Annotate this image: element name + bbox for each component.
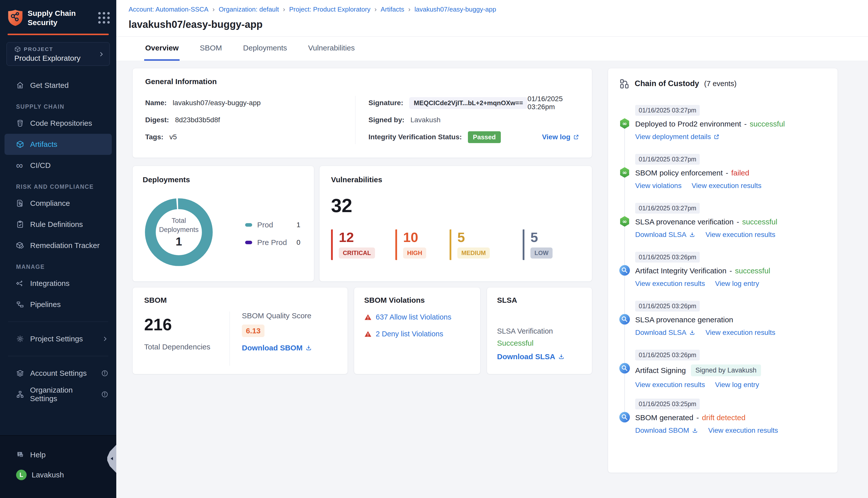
module-title: Supply Chain Security — [28, 9, 86, 27]
sidebar-item-integrations[interactable]: Integrations — [0, 273, 116, 294]
sbom-quality-score-value: 6.13 — [242, 325, 264, 337]
project-label: PROJECT — [24, 46, 53, 52]
breadcrumb-organization[interactable]: Organization: default — [219, 5, 279, 13]
timeline-event-slsa-generation: 01/16/2025 03:26pm SLSA provenance gener… — [619, 301, 827, 350]
view-execution-results-link[interactable]: View execution results — [635, 280, 705, 288]
timeline-event-slsa-verification: ∞ 01/16/2025 03:27pm SLSA provenance ver… — [619, 203, 827, 252]
deployments-legend: Prod 1 Pre Prod 0 — [245, 219, 300, 254]
project-selector[interactable]: PROJECT Product Exploratory — [7, 42, 110, 66]
artifact-scan-icon — [619, 363, 630, 374]
view-execution-results-link[interactable]: View execution results — [635, 381, 705, 389]
view-log-entry-link[interactable]: View log entry — [715, 280, 759, 288]
artifact-scan-icon — [619, 412, 630, 423]
sidebar-item-label: Organization Settings — [30, 386, 101, 403]
sidebar-item-remediation-tracker[interactable]: Remediation Tracker — [0, 235, 116, 256]
vulnerabilities-total: 32 — [331, 195, 580, 217]
sidebar-item-label: Account Settings — [30, 369, 87, 378]
view-deployment-details-link[interactable]: View deployment details — [635, 133, 720, 141]
breadcrumb-account[interactable]: Account: Automation-SSCA — [129, 5, 208, 13]
sidebar-item-code-repositories[interactable]: </> Code Repositories — [0, 113, 116, 134]
artifact-scan-icon — [619, 265, 630, 276]
event-title: SBOM policy enforcement — [635, 169, 723, 177]
download-icon — [689, 232, 696, 238]
sidebar-item-label: Remediation Tracker — [30, 241, 100, 250]
event-status: failed — [731, 169, 749, 177]
signature-timestamp: 01/16/2025 03:26pm — [528, 95, 580, 111]
tab-sbom[interactable]: SBOM — [199, 37, 223, 61]
event-timestamp: 01/16/2025 03:27pm — [635, 154, 700, 165]
deny-list-violations-link[interactable]: 2 Deny list Violations — [376, 330, 443, 338]
section-manage: MANAGE — [0, 256, 116, 273]
signature-label: Signature: — [368, 99, 403, 107]
download-icon — [558, 353, 565, 360]
timeline-event-sbom-generated: 01/16/2025 03:25pm SBOM generated-drift … — [619, 398, 827, 447]
severity-critical: 12 CRITICAL — [331, 230, 395, 260]
download-sbom-link[interactable]: Download SBOM — [242, 344, 312, 352]
sidebar-user[interactable]: L Lavakush — [0, 464, 116, 485]
sidebar-item-label: Pipelines — [30, 300, 61, 309]
integrity-status-label: Integrity Verification Status: — [368, 133, 462, 141]
tab-bar: Overview SBOM Deployments Vulnerabilitie… — [116, 37, 868, 61]
download-slsa-link[interactable]: Download SLSA — [497, 352, 582, 361]
sidebar-item-artifacts[interactable]: Artifacts — [4, 134, 112, 155]
sidebar-item-account-settings[interactable]: Account Settings — [0, 363, 116, 384]
legend-item-prod: Prod 1 — [245, 219, 300, 231]
sidebar-item-rule-definitions[interactable]: Rule Definitions — [0, 214, 116, 235]
severity-medium: 5 MEDIUM — [450, 230, 523, 260]
module-switcher-grid-icon[interactable] — [98, 12, 110, 24]
slsa-verification-label: SLSA Verification — [497, 327, 582, 335]
info-icon — [101, 391, 108, 398]
card-title: Vulnerabilities — [331, 175, 580, 184]
section-supply-chain: SUPPLY CHAIN — [0, 96, 116, 113]
pipeline-hexagon-icon: ∞ — [619, 216, 630, 227]
sidebar-item-cicd[interactable]: ∞ CI/CD — [0, 155, 116, 176]
accent-divider — [8, 34, 109, 35]
artifact-name: lavakush07/easy-buggy-app — [173, 99, 261, 107]
sidebar-item-get-started[interactable]: Get Started — [0, 75, 116, 96]
view-log-entry-link[interactable]: View log entry — [715, 381, 759, 389]
clipboard-check-icon — [16, 220, 30, 228]
download-slsa-link[interactable]: Download SLSA — [635, 231, 696, 239]
tab-overview[interactable]: Overview — [144, 37, 180, 61]
event-title: SLSA provenance generation — [635, 315, 733, 324]
sidebar-item-label: Artifacts — [30, 140, 57, 148]
breadcrumb-artifacts[interactable]: Artifacts — [381, 5, 404, 13]
card-title: General Information — [145, 77, 580, 86]
name-label: Name: — [145, 99, 167, 107]
tab-vulnerabilities[interactable]: Vulnerabilities — [307, 37, 356, 61]
sidebar-item-pipelines[interactable]: Pipelines — [0, 294, 116, 315]
supply-chain-security-logo — [8, 9, 23, 26]
events-count: (7 events) — [704, 80, 737, 88]
sidebar-item-project-settings[interactable]: Project Settings — [0, 328, 116, 350]
page-header: Account: Automation-SSCA› Organization: … — [116, 0, 868, 37]
view-violations-link[interactable]: View violations — [635, 182, 682, 190]
view-execution-results-link[interactable]: View execution results — [692, 182, 762, 190]
help-chat-icon: ? — [16, 451, 30, 459]
view-execution-results-link[interactable]: View execution results — [705, 329, 775, 337]
view-execution-results-link[interactable]: View execution results — [705, 231, 775, 239]
deployments-donut-chart: Total Deployments 1 — [145, 198, 213, 266]
integrations-icon — [16, 279, 30, 287]
sidebar-item-help[interactable]: ? Help — [0, 445, 116, 464]
download-sbom-link[interactable]: Download SBOM — [635, 427, 698, 434]
general-information-card: General Information Name:lavakush07/easy… — [132, 68, 592, 158]
timeline-event-artifact-signing: 01/16/2025 03:26pm Artifact SigningSigne… — [619, 350, 827, 398]
sidebar-item-compliance[interactable]: Compliance — [0, 193, 116, 214]
svg-text:∞: ∞ — [622, 169, 627, 176]
timeline-event-deployed-prod2: ∞ 01/16/2025 03:27pm Deployed to Prod2 e… — [619, 105, 827, 154]
external-link-icon — [573, 134, 580, 140]
chain-of-custody-icon — [619, 78, 630, 89]
sidebar-item-organization-settings[interactable]: Organization Settings — [0, 384, 116, 405]
download-slsa-link[interactable]: Download SLSA — [635, 329, 696, 337]
view-log-link[interactable]: View log — [542, 133, 580, 141]
allow-list-violations-link[interactable]: 637 Allow list Violations — [376, 313, 451, 321]
breadcrumb-current[interactable]: lavakush07/easy-buggy-app — [414, 5, 496, 13]
signature-value[interactable]: MEQCICde2VjIT...bL+2+mqnOXw== — [409, 97, 528, 109]
tab-deployments[interactable]: Deployments — [242, 37, 288, 61]
chain-of-custody-timeline: ∞ 01/16/2025 03:27pm Deployed to Prod2 e… — [619, 105, 827, 447]
view-execution-results-link[interactable]: View execution results — [708, 427, 778, 434]
project-cube-icon — [14, 46, 21, 52]
breadcrumb-project[interactable]: Project: Product Exploratory — [289, 5, 371, 13]
layers-gear-icon — [16, 369, 30, 377]
event-timestamp: 01/16/2025 03:26pm — [635, 252, 700, 263]
